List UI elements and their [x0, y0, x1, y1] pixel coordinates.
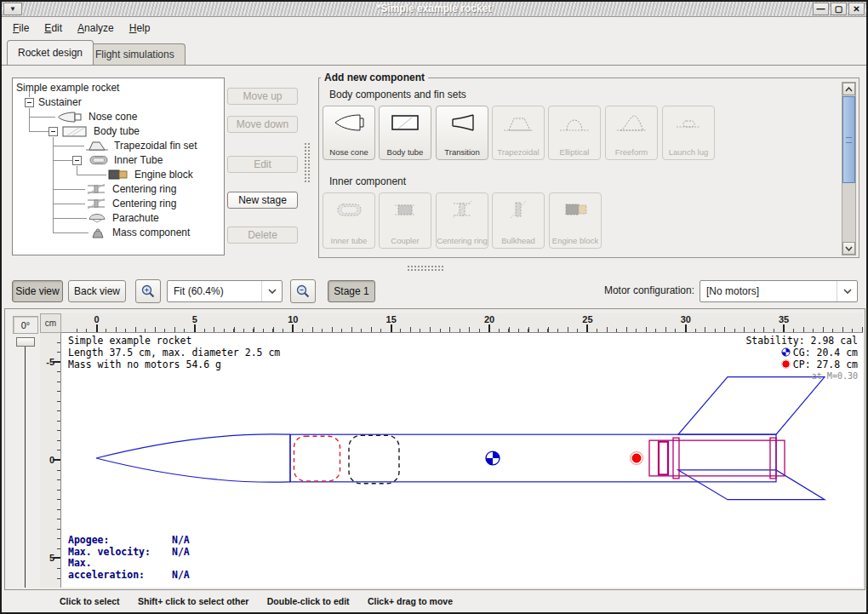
ruler-major-tick — [53, 557, 60, 559]
zoom-level-select[interactable]: Fit (60.4%) — [167, 280, 283, 302]
ruler-major-tick — [685, 324, 687, 332]
add-inner-tube-button[interactable]: Inner tube — [323, 192, 375, 249]
menu-edit[interactable]: Edit — [37, 20, 70, 37]
window-controls: — ▢ ✕ — [813, 3, 865, 15]
body-tube-outline[interactable] — [290, 434, 776, 482]
zoom-in-button[interactable] — [135, 279, 161, 303]
rotation-slider-handle[interactable] — [16, 337, 35, 347]
expander-minus-icon[interactable] — [49, 127, 58, 136]
tree-item-centering-ring[interactable]: Centering ring — [86, 182, 176, 196]
close-icon[interactable]: ✕ — [848, 3, 865, 15]
fin-upper-outline[interactable] — [678, 377, 825, 435]
parachute-icon — [88, 213, 106, 223]
expander-minus-icon[interactable] — [25, 98, 34, 107]
mass-component-outline[interactable] — [349, 435, 399, 484]
rocket-info-text: Simple example rocket Length 37.5 cm, ma… — [68, 335, 280, 370]
new-stage-button[interactable]: New stage — [227, 192, 298, 209]
add-bulkhead-button[interactable]: Bulkhead — [492, 192, 545, 249]
add-trapezoidal-fin-button[interactable]: Trapezoidal — [492, 106, 545, 160]
tree-item-parachute[interactable]: Parachute — [88, 211, 159, 225]
minimize-icon[interactable]: — — [813, 3, 829, 15]
inner-tube-outline[interactable] — [649, 440, 785, 476]
tree-item-trapezoidal-fin-set[interactable]: Trapezoidal fin set — [86, 139, 197, 152]
parachute-outline[interactable] — [294, 436, 340, 481]
tree-item-inner-tube[interactable]: Inner Tube — [89, 153, 163, 167]
zoom-out-button[interactable] — [290, 279, 316, 303]
stage-1-toggle[interactable]: Stage 1 — [328, 280, 375, 302]
centering-ring-icon — [445, 198, 479, 221]
hint-click-to-select: Click to select — [60, 596, 120, 606]
freeform-fin-icon — [614, 111, 648, 135]
splitter-handle[interactable] — [304, 142, 310, 183]
add-freeform-fin-button[interactable]: Freeform — [605, 106, 658, 160]
tree-item-label: Sustainer — [38, 96, 82, 108]
tab-flight-simulations[interactable]: Flight simulations — [84, 43, 186, 65]
move-up-button[interactable]: Move up — [227, 88, 298, 105]
ruler-label: 30 — [681, 314, 691, 324]
tree-item-label: Mass component — [112, 227, 190, 238]
delete-button[interactable]: Delete — [227, 227, 298, 244]
tree-item-nose-cone[interactable]: Nose cone — [57, 110, 137, 123]
centering-ring-fore-outline[interactable] — [673, 438, 679, 479]
fin-lower-outline[interactable] — [678, 470, 825, 500]
window-title: *Simple example rocket — [2, 3, 866, 14]
scroll-down-icon[interactable] — [842, 242, 855, 255]
tree-item-label: Trapezoidal fin set — [114, 140, 197, 152]
add-nose-cone-button[interactable]: Nose cone — [323, 106, 375, 160]
add-engine-block-button[interactable]: Engine block — [549, 192, 602, 249]
add-centering-ring-button[interactable]: Centering ring — [436, 192, 488, 249]
nose-cone-icon — [57, 112, 83, 123]
view-toolbar: Side view Back view Fit (60.4%) Stage 1 … — [2, 274, 866, 308]
chevron-down-icon — [845, 246, 853, 251]
tree-line — [29, 131, 49, 132]
tree-item-rocket[interactable]: Simple example rocket — [16, 81, 119, 95]
engine-block-outline[interactable] — [659, 442, 668, 475]
side-view-button[interactable]: Side view — [12, 280, 63, 302]
ruler-major-tick — [586, 324, 588, 332]
move-down-button[interactable]: Move down — [227, 116, 298, 133]
tree-item-label: Centering ring — [112, 198, 176, 209]
body-tube-icon — [388, 111, 422, 135]
component-button-label: Centering ring — [437, 237, 488, 245]
splitter-handle[interactable] — [407, 265, 444, 271]
menu-file[interactable]: File — [5, 20, 37, 37]
menu-help[interactable]: Help — [122, 20, 158, 37]
rocket-name-text: Simple example rocket — [68, 335, 280, 347]
ruler-major-tick — [53, 361, 60, 363]
scrollbar-thumb[interactable] — [842, 96, 855, 183]
horizontal-ruler: 0 5 10 15 20 25 30 35 — [61, 313, 863, 333]
motor-configuration-select[interactable]: [No motors] — [700, 280, 858, 302]
menu-bar: File Edit Analyze Help — [2, 18, 866, 38]
tab-rocket-design[interactable]: Rocket design — [7, 40, 94, 65]
component-button-label: Engine block — [552, 237, 598, 245]
add-body-tube-button[interactable]: Body tube — [379, 106, 431, 160]
add-coupler-button[interactable]: Coupler — [379, 192, 431, 249]
back-view-button[interactable]: Back view — [68, 280, 126, 302]
add-elliptical-fin-button[interactable]: Elliptical — [548, 106, 601, 160]
nose-cone-outline[interactable] — [96, 434, 290, 482]
trapezoidal-fin-icon — [501, 111, 535, 135]
motor-configuration-label: Motor configuration: — [604, 284, 694, 296]
tree-item-engine-block[interactable]: Engine block — [108, 168, 193, 181]
expander-minus-icon[interactable] — [72, 156, 82, 165]
ruler-major-tick — [53, 459, 60, 461]
menu-analyze[interactable]: Analyze — [70, 20, 122, 37]
rotation-angle-value: 0° — [13, 316, 38, 334]
add-launch-lug-button[interactable]: Launch lug — [662, 106, 715, 160]
vertical-ruler: -5 0 5 — [40, 333, 61, 588]
tree-item-mass-component[interactable]: Mass component — [89, 226, 190, 239]
rocket-figure-panel: 0° cm 0 5 10 15 20 25 30 35 -5 — [4, 308, 865, 590]
tree-item-sustainer[interactable]: Sustainer — [38, 95, 82, 109]
bulkhead-icon — [501, 198, 535, 221]
tree-item-centering-ring[interactable]: Centering ring — [86, 197, 176, 210]
maximize-icon[interactable]: ▢ — [831, 3, 847, 15]
edit-button[interactable]: Edit — [227, 156, 298, 173]
add-transition-button[interactable]: Transition — [436, 106, 488, 160]
centering-ring-aft-outline[interactable] — [770, 438, 776, 479]
ruler-major-tick — [488, 324, 490, 332]
hint-shift-click: Shift+ click to select other — [138, 596, 248, 606]
component-panel-scrollbar[interactable] — [842, 82, 856, 255]
scroll-up-icon[interactable] — [842, 83, 855, 95]
mach-condition-text: at M=0.30 — [745, 370, 858, 382]
tree-item-body-tube[interactable]: Body tube — [62, 124, 140, 138]
